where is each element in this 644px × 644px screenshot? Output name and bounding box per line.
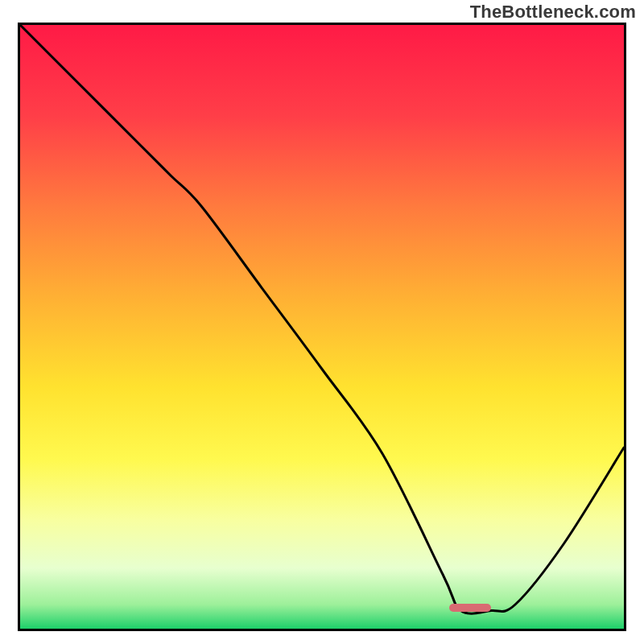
plot-area	[18, 23, 626, 631]
plot-svg	[20, 25, 624, 629]
optimal-range-marker	[449, 604, 492, 612]
watermark-text: TheBottleneck.com	[470, 2, 636, 23]
chart-frame: TheBottleneck.com	[0, 0, 644, 644]
